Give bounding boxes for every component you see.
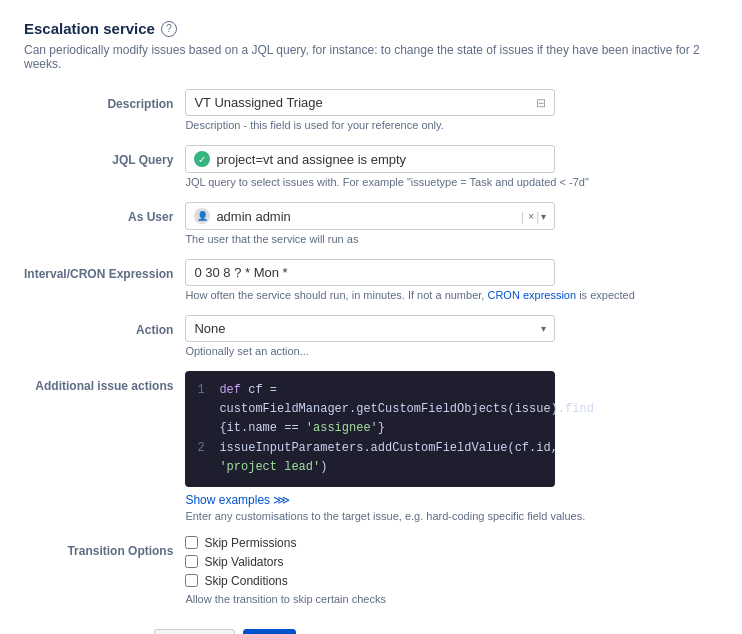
additional-actions-label: Additional issue actions xyxy=(24,371,185,536)
jql-valid-icon: ✓ xyxy=(194,151,210,167)
show-examples-row: Show examples ⋙ xyxy=(185,493,718,507)
line-num-1: 1 xyxy=(197,381,207,439)
add-button[interactable]: Add xyxy=(243,629,296,634)
code-block[interactable]: 1 def cf = customFieldManager.getCustomF… xyxy=(185,371,555,487)
action-dropdown[interactable]: None ▾ xyxy=(185,315,555,342)
buttons-row: Run now Add Cancel xyxy=(154,629,718,634)
description-input[interactable] xyxy=(194,95,536,110)
skip-permissions-row: Skip Permissions xyxy=(185,536,718,550)
line-num-2: 2 xyxy=(197,439,207,477)
skip-permissions-label: Skip Permissions xyxy=(204,536,296,550)
jql-label: JQL Query xyxy=(24,145,185,202)
skip-conditions-label: Skip Conditions xyxy=(204,574,287,588)
skip-validators-row: Skip Validators xyxy=(185,555,718,569)
skip-conditions-row: Skip Conditions xyxy=(185,574,718,588)
additional-actions-hint: Enter any customisations to the target i… xyxy=(185,510,718,522)
transition-options-row: Transition Options Skip Permissions Skip… xyxy=(24,536,718,619)
main-form: Description ⊟ Description - this field i… xyxy=(24,89,718,619)
cron-expression-link[interactable]: CRON expression xyxy=(487,289,576,301)
description-label: Description xyxy=(24,89,185,145)
user-expand-button[interactable]: ▾ xyxy=(541,211,546,222)
page-subtitle: Can periodically modify issues based on … xyxy=(24,43,718,71)
run-now-button[interactable]: Run now xyxy=(154,629,235,634)
as-user-label: As User xyxy=(24,202,185,259)
transition-options-label: Transition Options xyxy=(24,536,185,619)
user-clear-button[interactable]: × xyxy=(528,211,534,222)
skip-conditions-checkbox[interactable] xyxy=(185,574,198,587)
user-sep: | xyxy=(536,209,539,224)
info-icon[interactable]: ? xyxy=(161,21,177,37)
description-field[interactable]: ⊟ xyxy=(185,89,555,116)
show-examples-link[interactable]: Show examples ⋙ xyxy=(185,493,290,507)
code-line-1: 1 def cf = customFieldManager.getCustomF… xyxy=(197,381,543,439)
jql-value: project=vt and assignee is empty xyxy=(216,152,406,167)
action-dropdown-arrow-icon: ▾ xyxy=(541,323,546,334)
skip-validators-checkbox[interactable] xyxy=(185,555,198,568)
action-row: Action None ▾ Optionally set an action..… xyxy=(24,315,718,371)
user-field[interactable]: 👤 admin admin | × | ▾ xyxy=(185,202,555,230)
description-icon: ⊟ xyxy=(536,96,546,110)
jql-row: JQL Query ✓ project=vt and assignee is e… xyxy=(24,145,718,202)
user-field-divider: | xyxy=(521,209,524,224)
code-text-1: def cf = customFieldManager.getCustomFie… xyxy=(219,381,593,439)
jql-hint: JQL query to select issues with. For exa… xyxy=(185,176,718,188)
code-line-2: 2 issueInputParameters.addCustomFieldVal… xyxy=(197,439,543,477)
code-text-2: issueInputParameters.addCustomFieldValue… xyxy=(219,439,557,477)
skip-validators-label: Skip Validators xyxy=(204,555,283,569)
additional-actions-row: Additional issue actions 1 def cf = cust… xyxy=(24,371,718,536)
cancel-button[interactable]: Cancel xyxy=(304,630,352,634)
interval-row: Interval/CRON Expression 0 30 8 ? * Mon … xyxy=(24,259,718,315)
interval-hint: How often the service should run, in min… xyxy=(185,289,718,301)
user-avatar-icon: 👤 xyxy=(194,208,210,224)
user-name-value: admin admin xyxy=(216,209,516,224)
action-value: None xyxy=(194,321,225,336)
skip-permissions-checkbox[interactable] xyxy=(185,536,198,549)
description-hint: Description - this field is used for you… xyxy=(185,119,718,131)
transition-hint: Allow the transition to skip certain che… xyxy=(185,593,718,605)
interval-input[interactable]: 0 30 8 ? * Mon * xyxy=(185,259,555,286)
action-label: Action xyxy=(24,315,185,371)
page-title: Escalation service xyxy=(24,20,155,37)
action-hint: Optionally set an action... xyxy=(185,345,718,357)
jql-field[interactable]: ✓ project=vt and assignee is empty xyxy=(185,145,555,173)
description-row: Description ⊟ Description - this field i… xyxy=(24,89,718,145)
as-user-hint: The user that the service will run as xyxy=(185,233,718,245)
interval-label: Interval/CRON Expression xyxy=(24,259,185,315)
as-user-row: As User 👤 admin admin | × | ▾ The user t… xyxy=(24,202,718,259)
